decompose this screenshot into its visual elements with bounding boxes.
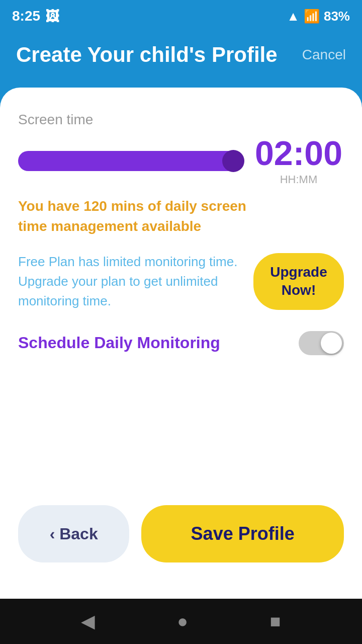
cancel-button[interactable]: Cancel [302, 47, 346, 63]
screen-time-slider-container [18, 151, 241, 171]
status-bar: 8:25 🖼 ▲ 📶 83% [0, 0, 362, 30]
time-value: 02:00 [253, 136, 344, 170]
spacer [18, 379, 344, 505]
upgrade-button[interactable]: UpgradeNow! [253, 253, 344, 310]
schedule-label: Schedule Daily Monitoring [18, 334, 220, 352]
upgrade-label: UpgradeNow! [270, 264, 327, 298]
nav-recents-icon[interactable]: ■ [270, 611, 281, 632]
status-right: ▲ 📶 83% [287, 9, 350, 24]
bottom-buttons: ‹ Back Save Profile [18, 505, 344, 575]
screen-time-row: 02:00 HH:MM [18, 136, 344, 186]
time-display-box: 02:00 HH:MM [253, 136, 344, 186]
image-icon: 🖼 [45, 8, 59, 25]
toggle-knob [321, 333, 342, 354]
signal-icon: 📶 [304, 9, 320, 24]
plan-notice-text: Free Plan has limited monitoring time. U… [18, 252, 241, 311]
screen-time-label: Screen time [18, 112, 344, 128]
schedule-toggle[interactable] [299, 331, 344, 355]
save-profile-button[interactable]: Save Profile [141, 505, 344, 562]
nav-back-icon[interactable]: ◀ [81, 611, 95, 632]
plan-notice-row: Free Plan has limited monitoring time. U… [18, 252, 344, 311]
schedule-row: Schedule Daily Monitoring [18, 331, 344, 355]
slider-track[interactable] [18, 151, 241, 171]
nav-home-icon[interactable]: ● [177, 611, 188, 632]
time-unit: HH:MM [253, 173, 344, 186]
page-title: Create Your child's Profile [16, 42, 278, 67]
time-display: 8:25 [12, 8, 40, 24]
slider-thumb[interactable] [222, 150, 244, 172]
header: Create Your child's Profile Cancel [0, 30, 362, 88]
wifi-icon: ▲ [287, 9, 300, 24]
back-button[interactable]: ‹ Back [18, 505, 129, 562]
nav-bar: ◀ ● ■ [0, 599, 362, 644]
main-card: Screen time 02:00 HH:MM You have 120 min… [0, 88, 362, 599]
status-left: 8:25 🖼 [12, 8, 59, 25]
battery-display: 83% [324, 9, 350, 24]
screen-time-description: You have 120 mins of daily screen time m… [18, 196, 249, 235]
